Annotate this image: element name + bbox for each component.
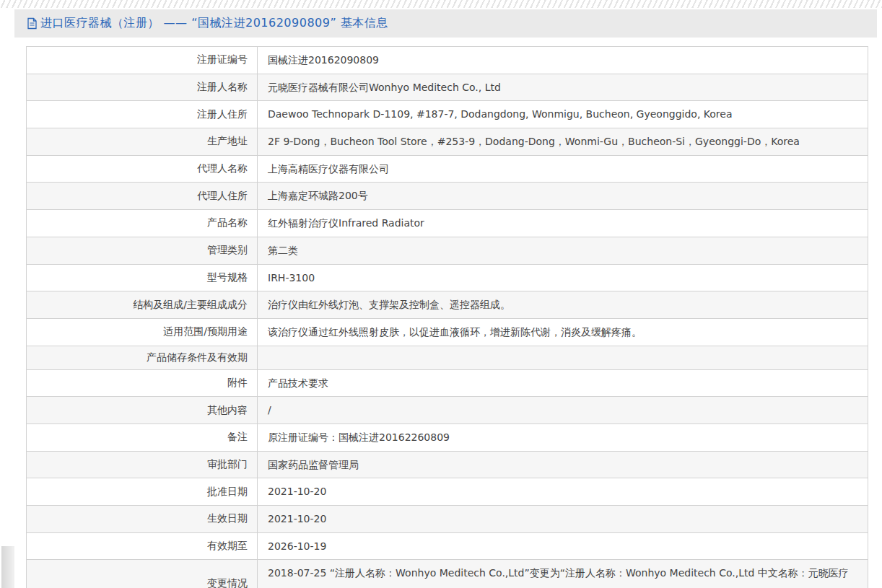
document-icon — [27, 17, 38, 30]
row-value: 产品技术要求 — [258, 369, 868, 397]
row-value: 国家药品监督管理局 — [258, 451, 868, 478]
row-value: 2021-10-20 — [258, 506, 868, 533]
row-label: 代理人名称 — [27, 155, 258, 183]
page-header: 进口医疗器械（注册） —— “国械注进20162090809” 基本信息 — [14, 9, 877, 38]
table-row: 产品名称红外辐射治疗仪Infrared Radiator — [27, 210, 868, 237]
table-row: 备注原注册证编号：国械注进20162260809 — [27, 424, 868, 451]
row-value-text: 2F 9-Dong，Bucheon Tool Store，#253-9，Doda… — [268, 136, 800, 147]
row-label: 注册证编号 — [27, 47, 258, 74]
row-value-text: 国械注进20162090809 — [268, 54, 379, 66]
row-value-text: IRH-3100 — [268, 272, 315, 284]
row-label-text: 生产地址 — [207, 135, 248, 148]
row-value: IRH-3100 — [258, 264, 868, 291]
table-row: 管理类别第二类 — [27, 237, 868, 264]
row-label-text: 产品储存条件及有效期 — [147, 351, 248, 364]
row-label-text: 管理类别 — [207, 244, 248, 257]
row-value: 元晓医疗器械有限公司Wonhyo Meditech Co., Ltd — [258, 74, 868, 101]
row-label: 附件 — [27, 369, 258, 397]
table-row: 其他内容/ — [27, 397, 868, 424]
row-value: 上海高精医疗仪器有限公司 — [258, 155, 868, 183]
row-label-text: 备注 — [227, 431, 248, 444]
row-label: 审批部门 — [27, 451, 258, 478]
row-value: 2021-10-20 — [258, 478, 868, 506]
row-value-text: 第二类 — [268, 245, 298, 256]
row-label-text: 注册人住所 — [197, 108, 248, 121]
row-value: 治疗仪由红外线灯泡、支撑架及控制盒、遥控器组成。 — [258, 291, 868, 319]
table-row: 生产地址2F 9-Dong，Bucheon Tool Store，#253-9，… — [27, 128, 868, 156]
row-label-text: 变更情况 — [207, 577, 248, 588]
top-hatch-decoration — [0, 0, 882, 8]
row-label: 适用范围/预期用途 — [27, 318, 258, 346]
row-label-text: 批准日期 — [207, 486, 248, 499]
table-row: 生效日期2021-10-20 — [27, 506, 868, 533]
table-row: 代理人住所上海嘉定环城路200号 — [27, 183, 868, 210]
row-value: 2026-10-19 — [258, 532, 868, 560]
row-value: 2F 9-Dong，Bucheon Tool Store，#253-9，Doda… — [258, 128, 868, 156]
row-label: 其他内容 — [27, 397, 258, 424]
row-label-text: 适用范围/预期用途 — [163, 325, 248, 338]
table-row: 产品储存条件及有效期 — [27, 346, 868, 369]
row-value: 2018-07-25 “注册人名称：Wonhyo Meditech Co.,Lt… — [258, 560, 868, 588]
row-label-text: 注册人名称 — [197, 81, 248, 94]
table-row: 注册人名称元晓医疗器械有限公司Wonhyo Meditech Co., Ltd — [27, 74, 868, 101]
table-row: 有效期至2026-10-19 — [27, 532, 868, 560]
row-label-text: 生效日期 — [207, 512, 248, 525]
row-label: 产品名称 — [27, 210, 258, 237]
row-value: Daewoo Technopark D-1109, #187-7, Dodang… — [258, 101, 868, 128]
row-label-text: 注册证编号 — [197, 53, 248, 66]
row-label-text: 附件 — [227, 377, 248, 390]
table-row: 注册证编号国械注进20162090809 — [27, 47, 868, 74]
row-value: / — [258, 397, 868, 424]
row-value-text: Daewoo Technopark D-1109, #187-7, Dodang… — [268, 108, 732, 120]
table-row: 注册人住所Daewoo Technopark D-1109, #187-7, D… — [27, 101, 868, 128]
row-label: 产品储存条件及有效期 — [27, 346, 258, 369]
row-label-text: 其他内容 — [207, 404, 248, 417]
row-value-text: 元晓医疗器械有限公司Wonhyo Meditech Co., Ltd — [268, 82, 501, 93]
row-label-text: 有效期至 — [207, 540, 248, 553]
row-value-text: / — [268, 404, 271, 416]
panel-shadow — [1, 546, 14, 588]
row-value-text: 上海高精医疗仪器有限公司 — [268, 163, 389, 175]
table-row: 型号规格IRH-3100 — [27, 264, 868, 291]
row-value: 原注册证编号：国械注进20162260809 — [258, 424, 868, 451]
row-label: 型号规格 — [27, 264, 258, 291]
row-value — [258, 346, 868, 369]
row-value: 红外辐射治疗仪Infrared Radiator — [258, 210, 868, 237]
row-label-text: 代理人住所 — [197, 190, 248, 203]
device-info-table: 注册证编号国械注进20162090809注册人名称元晓医疗器械有限公司Wonhy… — [26, 46, 868, 588]
row-label: 管理类别 — [27, 237, 258, 264]
row-value-text: 2026-10-19 — [268, 540, 326, 552]
row-value-text: 红外辐射治疗仪Infrared Radiator — [268, 217, 424, 229]
row-label: 生效日期 — [27, 506, 258, 533]
row-label: 生产地址 — [27, 128, 258, 156]
content-panel: 进口医疗器械（注册） —— “国械注进20162090809” 基本信息 注册证… — [14, 9, 877, 588]
row-value: 第二类 — [258, 237, 868, 264]
row-value-text: 原注册证编号：国械注进20162260809 — [268, 431, 450, 443]
row-label: 备注 — [27, 424, 258, 451]
page-title: 进口医疗器械（注册） —— “国械注进20162090809” 基本信息 — [40, 16, 388, 31]
row-label-text: 结构及组成/主要组成成分 — [133, 299, 248, 312]
table-row: 附件产品技术要求 — [27, 369, 868, 397]
table-row: 代理人名称上海高精医疗仪器有限公司 — [27, 155, 868, 183]
row-label: 变更情况 — [27, 560, 258, 588]
row-label-text: 产品名称 — [207, 216, 248, 229]
row-label-text: 代理人名称 — [197, 162, 248, 175]
row-value: 国械注进20162090809 — [258, 47, 868, 74]
row-value-text: 2018-07-25 “注册人名称：Wonhyo Meditech Co.,Lt… — [268, 567, 849, 588]
table-row: 审批部门国家药品监督管理局 — [27, 451, 868, 478]
row-label: 有效期至 — [27, 532, 258, 560]
row-value: 上海嘉定环城路200号 — [258, 183, 868, 210]
row-label-text: 型号规格 — [207, 271, 248, 284]
row-value-text: 2021-10-20 — [268, 486, 326, 497]
row-value-text: 该治疗仪通过红外线照射皮肤，以促进血液循环，增进新陈代谢，消炎及缓解疼痛。 — [268, 326, 642, 338]
table-row: 变更情况2018-07-25 “注册人名称：Wonhyo Meditech Co… — [27, 560, 868, 588]
row-label: 代理人住所 — [27, 183, 258, 210]
row-label: 注册人住所 — [27, 101, 258, 128]
table-row: 适用范围/预期用途该治疗仪通过红外线照射皮肤，以促进血液循环，增进新陈代谢，消炎… — [27, 318, 868, 346]
row-value-text: 国家药品监督管理局 — [268, 459, 359, 470]
row-value-text: 上海嘉定环城路200号 — [268, 190, 368, 201]
row-value: 该治疗仪通过红外线照射皮肤，以促进血液循环，增进新陈代谢，消炎及缓解疼痛。 — [258, 318, 868, 346]
row-label: 批准日期 — [27, 478, 258, 506]
row-label: 结构及组成/主要组成成分 — [27, 291, 258, 319]
row-value-text: 产品技术要求 — [268, 377, 328, 389]
